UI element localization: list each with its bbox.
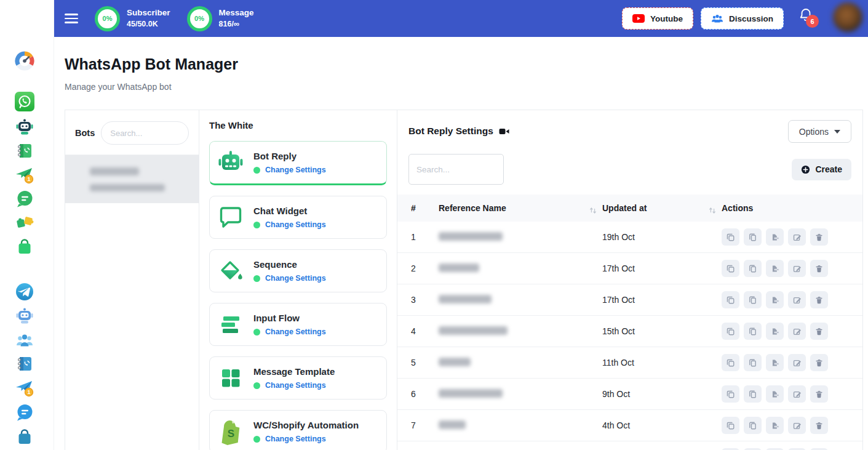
change-settings-link[interactable]: Change Settings xyxy=(265,327,326,336)
notifications-button[interactable]: 6 xyxy=(798,7,817,30)
copy-button[interactable] xyxy=(722,291,739,308)
setting-card-bot-reply[interactable]: Bot Reply Change Settings xyxy=(209,141,387,185)
menu-toggle-icon[interactable] xyxy=(65,11,78,26)
duplicate-button[interactable] xyxy=(744,323,762,340)
delete-button[interactable] xyxy=(810,291,828,308)
dashboard-gauge-icon[interactable] xyxy=(14,50,36,72)
export-button[interactable] xyxy=(766,323,784,340)
col-header-updated-at[interactable]: Updated at xyxy=(602,203,722,213)
table-row: 4 15th Oct xyxy=(397,316,862,347)
updated-at-value: 9th Oct xyxy=(602,389,722,399)
edit-button[interactable] xyxy=(788,323,806,340)
reply-settings-table: # Reference Name Updated at Actions 1 xyxy=(397,195,862,450)
whatsapp-bot-icon[interactable] xyxy=(15,117,34,137)
profile-menu[interactable] xyxy=(833,2,865,34)
whatsapp-store-icon[interactable] xyxy=(15,237,34,257)
delete-button[interactable] xyxy=(810,385,828,403)
col-header-reference-name[interactable]: Reference Name xyxy=(439,203,602,213)
change-settings-link[interactable]: Change Settings xyxy=(265,435,326,443)
col-header-actions: Actions xyxy=(722,203,862,213)
telegram-broadcast-icon[interactable]: 1 xyxy=(15,378,34,398)
duplicate-button[interactable] xyxy=(744,354,762,371)
plus-circle-icon xyxy=(801,165,810,174)
bot-settings-panel: The White Bot Reply Change Setti xyxy=(199,110,397,450)
delete-button[interactable] xyxy=(810,260,828,277)
telegram-icon[interactable] xyxy=(15,282,34,302)
sort-icon[interactable] xyxy=(589,206,597,215)
setting-card-sequence[interactable]: Sequence Change Settings xyxy=(209,249,387,292)
telegram-bot-icon[interactable] xyxy=(15,306,34,326)
input-flow-icon xyxy=(217,311,244,338)
edit-button[interactable] xyxy=(788,291,806,308)
options-button[interactable]: Options xyxy=(788,120,851,143)
telegram-chat-icon[interactable] xyxy=(15,403,34,422)
updated-at-value: 15th Oct xyxy=(602,326,722,336)
export-button[interactable] xyxy=(766,228,784,246)
setting-card-message-template[interactable]: Message Template Change Settings xyxy=(209,356,387,400)
edit-button[interactable] xyxy=(788,228,806,246)
whatsapp-broadcast-icon[interactable]: 1 xyxy=(15,165,34,185)
copy-button[interactable] xyxy=(722,260,739,277)
edit-button[interactable] xyxy=(788,354,806,371)
copy-button[interactable] xyxy=(722,417,739,434)
table-row: 7 4th Oct xyxy=(397,410,862,441)
svg-text:1: 1 xyxy=(27,389,30,395)
telegram-contacts-icon[interactable] xyxy=(15,354,34,374)
delete-button[interactable] xyxy=(810,323,828,340)
page-subtitle: Manage your WhatsApp bot xyxy=(65,82,172,92)
edit-button[interactable] xyxy=(788,417,806,434)
duplicate-button[interactable] xyxy=(744,417,762,434)
export-button[interactable] xyxy=(766,417,784,434)
blurred-reference-name xyxy=(439,420,466,429)
svg-text:1: 1 xyxy=(27,176,30,182)
edit-button[interactable] xyxy=(788,260,806,277)
integrations-icon[interactable] xyxy=(15,212,34,232)
duplicate-button[interactable] xyxy=(744,260,762,277)
copy-button[interactable] xyxy=(722,323,739,340)
copy-button[interactable] xyxy=(722,228,739,246)
whatsapp-icon[interactable] xyxy=(15,92,34,111)
create-button[interactable]: Create xyxy=(792,159,851,180)
copy-button[interactable] xyxy=(722,354,739,371)
video-tutorial-icon[interactable] xyxy=(499,127,509,136)
telegram-groups-icon[interactable] xyxy=(15,331,34,350)
duplicate-button[interactable] xyxy=(744,291,762,308)
change-settings-link[interactable]: Change Settings xyxy=(265,274,326,283)
export-button[interactable] xyxy=(766,354,784,371)
duplicate-button[interactable] xyxy=(744,228,762,246)
youtube-button[interactable]: Youtube xyxy=(622,7,693,30)
subscriber-progress-ring: 0% xyxy=(95,6,120,31)
status-dot xyxy=(253,382,260,389)
delete-button[interactable] xyxy=(810,417,828,434)
row-actions xyxy=(722,228,862,246)
discussion-button[interactable]: Discussion xyxy=(701,7,784,30)
duplicate-button[interactable] xyxy=(744,385,762,403)
topbar: 0% Subscriber 45/50.0K 0% Message 816/∞ … xyxy=(54,0,868,37)
delete-button[interactable] xyxy=(810,228,828,246)
setting-card-chat-widget[interactable]: Chat Widget Change Settings xyxy=(209,196,387,239)
copy-button[interactable] xyxy=(722,385,739,403)
change-settings-link[interactable]: Change Settings xyxy=(265,220,326,229)
export-button[interactable] xyxy=(766,291,784,308)
delete-button[interactable] xyxy=(810,354,828,371)
settings-search-input[interactable] xyxy=(408,154,504,185)
telegram-store-icon[interactable] xyxy=(15,427,34,447)
subscriber-label: Subscriber xyxy=(127,7,170,18)
row-actions xyxy=(722,417,862,434)
blurred-reference-name xyxy=(439,263,479,272)
setting-card-wc-shopify[interactable]: S WC/Shopify Automation Change Settings xyxy=(209,410,387,450)
updated-at-value: 17th Oct xyxy=(602,295,722,305)
bot-reply-icon xyxy=(217,149,244,176)
whatsapp-contacts-icon[interactable] xyxy=(15,141,34,161)
export-button[interactable] xyxy=(766,385,784,403)
export-button[interactable] xyxy=(766,260,784,277)
whatsapp-chat-icon[interactable] xyxy=(15,189,34,209)
bot-list-item-selected[interactable] xyxy=(65,155,199,203)
change-settings-link[interactable]: Change Settings xyxy=(265,381,326,390)
blurred-reference-name xyxy=(439,389,503,398)
setting-card-input-flow[interactable]: Input Flow Change Settings xyxy=(209,303,387,346)
change-settings-link[interactable]: Change Settings xyxy=(265,166,326,174)
bots-search-input[interactable] xyxy=(101,121,189,145)
sort-icon[interactable] xyxy=(708,206,717,215)
edit-button[interactable] xyxy=(788,385,806,403)
